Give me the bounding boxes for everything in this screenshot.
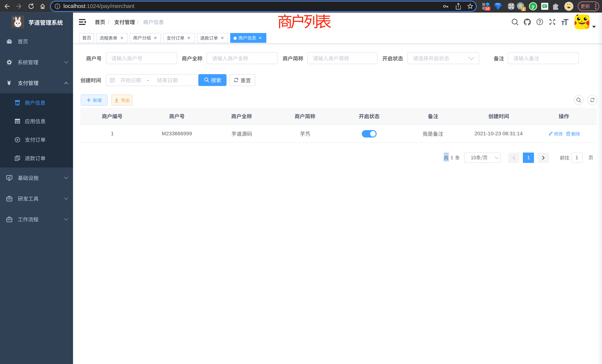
svg-text:10: 10 — [485, 7, 489, 11]
svg-text:y: y — [532, 3, 535, 9]
svg-text:1: 1 — [523, 7, 525, 11]
